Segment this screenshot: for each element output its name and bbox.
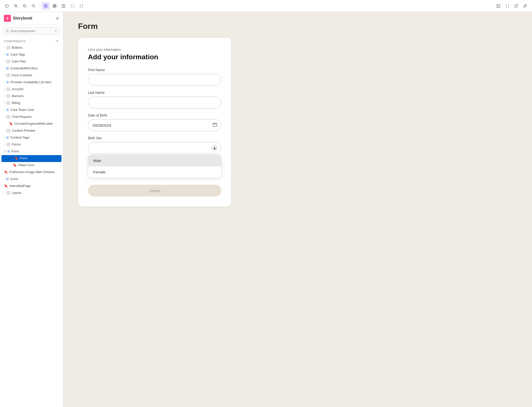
toggle-sidebar-icon[interactable] — [494, 2, 502, 10]
chevron-icon: › — [4, 115, 5, 118]
search-input[interactable] — [11, 29, 53, 33]
sidebar-item-content-preview[interactable]: › ⬜ Content Preview — [0, 127, 63, 134]
sidebar-item-icons[interactable]: › ⊞ Icons — [0, 176, 63, 183]
bookmark-icon: 🔖 — [14, 156, 18, 160]
chevron-icon: › — [4, 67, 5, 69]
open-external-icon[interactable] — [512, 2, 520, 10]
submit-button[interactable]: Submit — [88, 185, 221, 197]
sidebar-item-form-group[interactable]: ∨ ⊞ Form — [0, 148, 63, 155]
last-name-label: Last Name — [88, 91, 221, 95]
svg-rect-18 — [497, 4, 500, 7]
sidebar-item-billing[interactable]: › ⬜ Billing — [0, 100, 63, 107]
chevron-icon: › — [4, 81, 5, 83]
sidebar-item-account[interactable]: › ⬜ Account — [0, 86, 63, 93]
calendar-icon[interactable] — [212, 122, 217, 128]
bookmark-icon: 🔖 — [13, 163, 17, 167]
sidebar-item-layout[interactable]: › ⬜ Layout — [0, 190, 63, 197]
zoom-in-icon[interactable] — [12, 2, 20, 10]
folder-icon: ⬜ — [6, 101, 10, 105]
option-female[interactable]: Female — [88, 166, 221, 178]
svg-rect-26 — [213, 123, 217, 127]
chevron-icon: › — [4, 53, 5, 56]
last-name-input[interactable] — [88, 97, 221, 108]
chevron-icon: ∨ — [4, 150, 6, 152]
svg-rect-14 — [55, 6, 56, 7]
chevron-icon: › — [4, 136, 5, 139]
sidebar-nav: COMPONENTS › ⬜ Buttons › ⊞ Card Tags › ⬜… — [0, 37, 63, 407]
chevron-icon: › — [4, 74, 5, 76]
folder-icon: ⬜ — [6, 115, 10, 119]
folder-icon: ⬜ — [6, 129, 10, 132]
sidebar-item-form-story[interactable]: 🔖 Form — [1, 155, 61, 162]
sidebar-item-interstitial[interactable]: 🔖 InterstitialPage — [0, 183, 63, 190]
chevron-icon: › — [4, 129, 5, 132]
toolbar — [0, 0, 532, 12]
outline-view-icon[interactable] — [68, 2, 76, 10]
sidebar-item-contentful[interactable]: › ⊞ ContentfulRichText — [0, 65, 63, 72]
sidebar-item-forms[interactable]: › ⬜ Forms — [0, 141, 63, 148]
dob-input[interactable] — [88, 119, 221, 131]
sidebar-item-provider-availability[interactable]: › ⊞ Provider Availability List Item — [0, 79, 63, 86]
split-view-icon[interactable] — [60, 2, 67, 10]
sidebar-item-care-plan[interactable]: › ⬜ Care Plan — [0, 58, 63, 65]
zoom-reset-icon[interactable] — [30, 2, 38, 10]
svg-rect-13 — [53, 6, 54, 7]
svg-point-21 — [6, 30, 8, 32]
folder-icon: ⬜ — [6, 191, 10, 195]
sidebar-item-fullscreen-image[interactable]: 🔖 FullScreen Image With Children — [0, 169, 63, 176]
sidebar-item-content-tags[interactable]: › ⊞ Content Tags — [0, 134, 63, 141]
sort-icon[interactable] — [56, 40, 59, 43]
grid-icon: ⊞ — [6, 108, 9, 112]
birth-sex-input[interactable] — [88, 142, 221, 154]
chevron-icon: › — [4, 101, 5, 104]
grid-icon: ⊞ — [6, 80, 9, 84]
fullscreen-frame-icon[interactable] — [77, 2, 85, 10]
svg-line-20 — [516, 4, 518, 6]
grid-icon: ⊞ — [6, 136, 9, 139]
bookmark-icon: 🔖 — [9, 122, 13, 125]
sidebar-item-banners[interactable]: › ⬜ Banners — [0, 93, 63, 100]
zoom-out-icon[interactable] — [21, 2, 29, 10]
page-title: Form — [78, 22, 517, 31]
svg-rect-10 — [45, 5, 46, 7]
birth-sex-dropdown: Male Female — [88, 155, 221, 178]
fit-view-icon[interactable] — [42, 2, 50, 10]
app-name: Storybook — [13, 16, 32, 20]
reset-icon[interactable] — [3, 2, 11, 10]
birth-sex-label: Birth Sex — [88, 136, 221, 140]
svg-line-5 — [25, 7, 26, 7]
chevron-icon: › — [4, 177, 5, 180]
folder-icon: ⬜ — [6, 46, 10, 49]
folder-icon: ⬜ — [6, 94, 10, 98]
grid-view-icon[interactable] — [51, 2, 59, 10]
svg-line-1 — [17, 7, 17, 7]
copy-link-icon[interactable] — [521, 2, 529, 10]
gear-icon[interactable]: ⚙ — [56, 16, 59, 21]
sidebar-item-care-team-card[interactable]: › ⊞ Care Team Card — [0, 107, 63, 114]
svg-point-7 — [32, 4, 35, 7]
chevron-icon: › — [4, 60, 5, 62]
first-name-input[interactable] — [88, 74, 221, 86]
folder-icon: ⬜ — [6, 73, 10, 77]
divider-1 — [40, 3, 40, 8]
components-section-header: COMPONENTS — [0, 38, 63, 44]
dob-group: Date of Birth — [88, 113, 221, 131]
chevron-icon: › — [4, 143, 5, 145]
sidebar-item-circular-progress[interactable]: 🔖 CircularProgressWithLabel — [0, 121, 63, 127]
sidebar-item-chat-request[interactable]: › ⬜ Chat Request — [0, 114, 63, 121]
fullscreen-icon[interactable] — [503, 2, 511, 10]
storybook-logo: S — [4, 15, 11, 22]
grid-icon: ⊞ — [6, 53, 9, 56]
sidebar-item-filled-form[interactable]: 🔖 Filled Form — [0, 162, 63, 169]
folder-icon: ⬜ — [6, 142, 10, 146]
sidebar: S Storybook ⚙ / COMPONENTS › ⬜ Buttons › — [0, 12, 63, 407]
chevron-icon: › — [4, 191, 5, 194]
svg-rect-17 — [71, 4, 74, 7]
search-icon — [6, 29, 9, 33]
option-male[interactable]: Male — [88, 155, 221, 166]
sidebar-item-buttons[interactable]: › ⬜ Buttons — [0, 44, 63, 51]
sidebar-item-card-tags[interactable]: › ⊞ Card Tags — [0, 51, 63, 58]
svg-rect-12 — [55, 4, 56, 6]
search-box[interactable]: / — [3, 27, 60, 35]
sidebar-item-form-controls[interactable]: › ⬜ Form Controls — [0, 72, 63, 79]
